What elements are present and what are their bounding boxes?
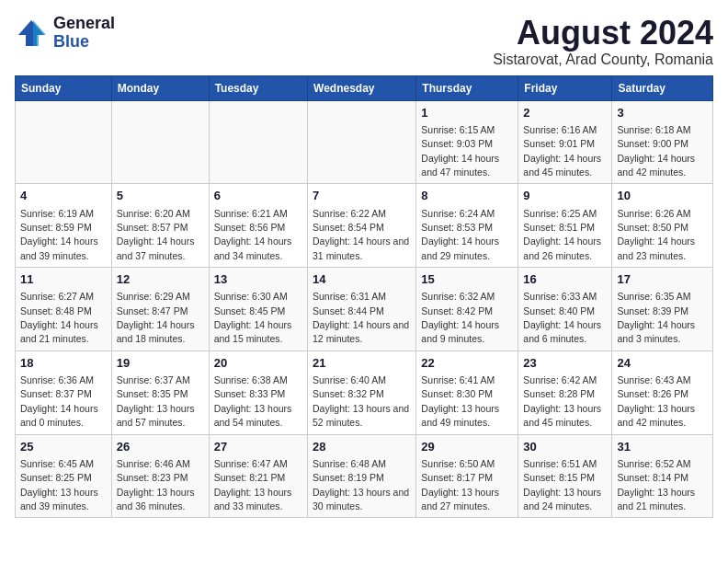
day-info: Sunrise: 6:15 AM Sunset: 9:03 PM Dayligh…	[421, 124, 499, 178]
week-row-0: 1Sunrise: 6:15 AM Sunset: 9:03 PM Daylig…	[16, 100, 713, 184]
day-info: Sunrise: 6:29 AM Sunset: 8:47 PM Dayligh…	[117, 291, 195, 344]
day-number: 20	[214, 355, 302, 372]
calendar-cell: 25Sunrise: 6:45 AM Sunset: 8:25 PM Dayli…	[16, 434, 112, 518]
calendar-cell: 27Sunrise: 6:47 AM Sunset: 8:21 PM Dayli…	[209, 434, 307, 518]
header-day-tuesday: Tuesday	[209, 75, 307, 100]
calendar-cell: 12Sunrise: 6:29 AM Sunset: 8:47 PM Dayli…	[111, 268, 209, 351]
calendar-body: 1Sunrise: 6:15 AM Sunset: 9:03 PM Daylig…	[16, 100, 713, 518]
day-number: 31	[617, 439, 708, 455]
header-day-friday: Friday	[518, 75, 612, 100]
title-area: August 2024 Sistarovat, Arad County, Rom…	[493, 15, 713, 68]
header-row: SundayMondayTuesdayWednesdayThursdayFrid…	[16, 75, 713, 100]
day-info: Sunrise: 6:20 AM Sunset: 8:57 PM Dayligh…	[117, 208, 195, 261]
day-number: 9	[523, 188, 607, 204]
day-number: 6	[214, 188, 302, 204]
day-number: 2	[523, 105, 607, 121]
day-info: Sunrise: 6:30 AM Sunset: 8:45 PM Dayligh…	[214, 291, 292, 344]
calendar-cell	[111, 100, 209, 184]
calendar-table: SundayMondayTuesdayWednesdayThursdayFrid…	[15, 75, 713, 519]
calendar-cell: 5Sunrise: 6:20 AM Sunset: 8:57 PM Daylig…	[111, 184, 209, 268]
calendar-cell: 3Sunrise: 6:18 AM Sunset: 9:00 PM Daylig…	[612, 100, 713, 184]
calendar-cell: 24Sunrise: 6:43 AM Sunset: 8:26 PM Dayli…	[612, 350, 713, 434]
header-day-sunday: Sunday	[16, 75, 112, 100]
day-number: 27	[214, 439, 302, 455]
day-info: Sunrise: 6:22 AM Sunset: 8:54 PM Dayligh…	[313, 208, 409, 261]
day-number: 13	[214, 271, 302, 288]
calendar-cell: 2Sunrise: 6:16 AM Sunset: 9:01 PM Daylig…	[518, 100, 612, 184]
calendar-cell: 26Sunrise: 6:46 AM Sunset: 8:23 PM Dayli…	[111, 434, 209, 518]
header-day-thursday: Thursday	[416, 75, 518, 100]
calendar-cell: 4Sunrise: 6:19 AM Sunset: 8:59 PM Daylig…	[16, 184, 112, 268]
day-number: 28	[313, 439, 411, 455]
day-info: Sunrise: 6:18 AM Sunset: 9:00 PM Dayligh…	[617, 124, 695, 178]
calendar-header: SundayMondayTuesdayWednesdayThursdayFrid…	[16, 75, 713, 100]
day-number: 17	[617, 271, 708, 288]
calendar-cell: 8Sunrise: 6:24 AM Sunset: 8:53 PM Daylig…	[416, 184, 518, 268]
week-row-1: 4Sunrise: 6:19 AM Sunset: 8:59 PM Daylig…	[16, 184, 713, 268]
day-number: 15	[421, 271, 513, 288]
day-info: Sunrise: 6:42 AM Sunset: 8:28 PM Dayligh…	[523, 374, 601, 428]
day-info: Sunrise: 6:35 AM Sunset: 8:39 PM Dayligh…	[617, 291, 695, 344]
day-number: 22	[421, 355, 513, 372]
day-number: 30	[523, 439, 607, 455]
day-number: 1	[421, 105, 513, 121]
calendar-cell: 6Sunrise: 6:21 AM Sunset: 8:56 PM Daylig…	[209, 184, 307, 268]
main-title: August 2024	[493, 15, 713, 52]
day-info: Sunrise: 6:47 AM Sunset: 8:21 PM Dayligh…	[214, 458, 292, 511]
header: General Blue August 2024 Sistarovat, Ara…	[15, 15, 713, 68]
calendar-cell: 28Sunrise: 6:48 AM Sunset: 8:19 PM Dayli…	[308, 434, 416, 518]
calendar-cell: 9Sunrise: 6:25 AM Sunset: 8:51 PM Daylig…	[518, 184, 612, 268]
day-info: Sunrise: 6:40 AM Sunset: 8:32 PM Dayligh…	[313, 374, 409, 428]
day-info: Sunrise: 6:33 AM Sunset: 8:40 PM Dayligh…	[523, 291, 601, 344]
logo: General Blue	[15, 15, 115, 52]
day-number: 7	[313, 188, 411, 204]
day-info: Sunrise: 6:52 AM Sunset: 8:14 PM Dayligh…	[617, 458, 695, 511]
calendar-cell: 15Sunrise: 6:32 AM Sunset: 8:42 PM Dayli…	[416, 268, 518, 351]
day-info: Sunrise: 6:37 AM Sunset: 8:35 PM Dayligh…	[117, 374, 195, 428]
day-info: Sunrise: 6:51 AM Sunset: 8:15 PM Dayligh…	[523, 458, 601, 511]
day-info: Sunrise: 6:43 AM Sunset: 8:26 PM Dayligh…	[617, 374, 695, 428]
header-day-wednesday: Wednesday	[308, 75, 416, 100]
day-info: Sunrise: 6:48 AM Sunset: 8:19 PM Dayligh…	[313, 458, 409, 511]
svg-marker-1	[33, 20, 46, 46]
week-row-2: 11Sunrise: 6:27 AM Sunset: 8:48 PM Dayli…	[16, 268, 713, 351]
calendar-cell: 31Sunrise: 6:52 AM Sunset: 8:14 PM Dayli…	[612, 434, 713, 518]
day-info: Sunrise: 6:45 AM Sunset: 8:25 PM Dayligh…	[20, 458, 98, 511]
day-info: Sunrise: 6:21 AM Sunset: 8:56 PM Dayligh…	[214, 208, 292, 261]
day-info: Sunrise: 6:50 AM Sunset: 8:17 PM Dayligh…	[421, 458, 499, 511]
logo-text: General Blue	[53, 15, 115, 52]
calendar-cell: 16Sunrise: 6:33 AM Sunset: 8:40 PM Dayli…	[518, 268, 612, 351]
day-info: Sunrise: 6:32 AM Sunset: 8:42 PM Dayligh…	[421, 291, 499, 344]
day-number: 10	[617, 188, 708, 204]
calendar-cell: 30Sunrise: 6:51 AM Sunset: 8:15 PM Dayli…	[518, 434, 612, 518]
calendar-cell	[16, 100, 112, 184]
day-number: 11	[20, 271, 107, 288]
day-number: 26	[117, 439, 204, 455]
calendar-cell: 13Sunrise: 6:30 AM Sunset: 8:45 PM Dayli…	[209, 268, 307, 351]
day-number: 16	[523, 271, 607, 288]
calendar-cell: 11Sunrise: 6:27 AM Sunset: 8:48 PM Dayli…	[16, 268, 112, 351]
calendar-cell	[308, 100, 416, 184]
day-info: Sunrise: 6:36 AM Sunset: 8:37 PM Dayligh…	[20, 374, 98, 428]
calendar-cell: 23Sunrise: 6:42 AM Sunset: 8:28 PM Dayli…	[518, 350, 612, 434]
week-row-4: 25Sunrise: 6:45 AM Sunset: 8:25 PM Dayli…	[16, 434, 713, 518]
subtitle: Sistarovat, Arad County, Romania	[493, 52, 713, 68]
day-number: 8	[421, 188, 513, 204]
day-info: Sunrise: 6:25 AM Sunset: 8:51 PM Dayligh…	[523, 208, 601, 261]
day-info: Sunrise: 6:16 AM Sunset: 9:01 PM Dayligh…	[523, 124, 601, 178]
day-info: Sunrise: 6:46 AM Sunset: 8:23 PM Dayligh…	[117, 458, 195, 511]
calendar-cell: 22Sunrise: 6:41 AM Sunset: 8:30 PM Dayli…	[416, 350, 518, 434]
day-info: Sunrise: 6:38 AM Sunset: 8:33 PM Dayligh…	[214, 374, 292, 428]
calendar-cell: 10Sunrise: 6:26 AM Sunset: 8:50 PM Dayli…	[612, 184, 713, 268]
day-number: 12	[117, 271, 204, 288]
calendar-cell	[209, 100, 307, 184]
day-number: 25	[20, 439, 107, 455]
day-number: 18	[20, 355, 107, 372]
header-day-saturday: Saturday	[612, 75, 713, 100]
day-number: 24	[617, 355, 708, 372]
day-number: 23	[523, 355, 607, 372]
calendar-cell: 17Sunrise: 6:35 AM Sunset: 8:39 PM Dayli…	[612, 268, 713, 351]
calendar-cell: 20Sunrise: 6:38 AM Sunset: 8:33 PM Dayli…	[209, 350, 307, 434]
calendar-cell: 18Sunrise: 6:36 AM Sunset: 8:37 PM Dayli…	[16, 350, 112, 434]
day-info: Sunrise: 6:26 AM Sunset: 8:50 PM Dayligh…	[617, 208, 695, 261]
